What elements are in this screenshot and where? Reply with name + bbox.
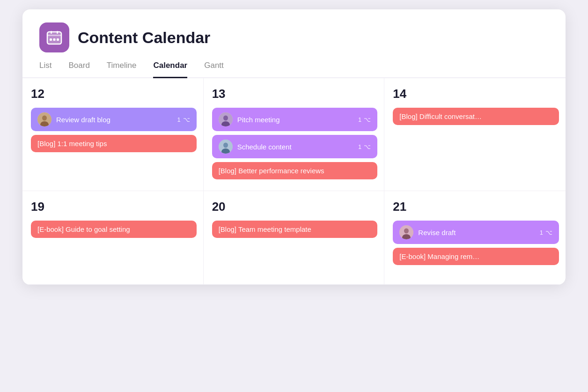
count-review-draft: 1 — [177, 116, 180, 123]
avatar-schedule-content — [219, 140, 233, 154]
branch-icon-schedule-content: ⌥ — [364, 143, 371, 150]
calendar-cell-19: 19 [E-book] Guide to goal setting — [22, 191, 204, 285]
event-meta-revise-draft: 1 ⌥ — [540, 229, 552, 236]
day-number-20: 20 — [212, 200, 378, 214]
day-number-12: 12 — [31, 87, 197, 101]
tab-timeline[interactable]: Timeline — [107, 61, 137, 78]
avatar-revise-draft — [399, 225, 413, 239]
event-meta-schedule-content: 1 ⌥ — [358, 143, 371, 150]
event-blog-difficult[interactable]: [Blog] Difficult conversat… — [393, 108, 559, 125]
svg-point-9 — [42, 116, 47, 121]
event-ebook-managing[interactable]: [E-book] Managing rem… — [393, 248, 559, 265]
calendar-icon — [46, 29, 63, 46]
calendar-cell-21: 21 Revise draft 1 ⌥ — [384, 191, 566, 285]
branch-icon-review-draft: ⌥ — [183, 116, 190, 123]
events-day-14: [Blog] Difficult conversat… — [393, 108, 559, 125]
calendar-cell-12: 12 Review draft blog 1 ⌥ — [22, 78, 204, 191]
event-text-ebook-goal-setting: [E-book] Guide to goal setting — [37, 225, 190, 233]
branch-icon-pitch-meeting: ⌥ — [364, 116, 371, 123]
events-day-19: [E-book] Guide to goal setting — [31, 221, 197, 238]
events-day-12: Review draft blog 1 ⌥ [Blog] 1:1 meeting… — [31, 108, 197, 152]
event-text-blog-difficult: [Blog] Difficult conversat… — [399, 112, 552, 120]
header: Content Calendar — [22, 9, 566, 52]
event-text-schedule-content: Schedule content — [237, 143, 353, 151]
avatar-pitch-meeting — [219, 112, 233, 126]
svg-rect-6 — [53, 38, 56, 41]
event-blog-team-meeting[interactable]: [Blog] Team meeting template — [212, 221, 378, 238]
event-blog-performance[interactable]: [Blog] Better performance reviews — [212, 162, 378, 179]
events-day-20: [Blog] Team meeting template — [212, 221, 378, 238]
svg-point-18 — [404, 229, 409, 234]
event-revise-draft[interactable]: Revise draft 1 ⌥ — [393, 221, 559, 244]
event-schedule-content[interactable]: Schedule content 1 ⌥ — [212, 135, 378, 158]
tab-gantt[interactable]: Gantt — [204, 61, 224, 78]
event-text-blog-performance: [Blog] Better performance reviews — [219, 167, 371, 175]
svg-point-15 — [223, 143, 228, 148]
tab-list[interactable]: List — [39, 61, 51, 78]
event-review-draft-blog[interactable]: Review draft blog 1 ⌥ — [31, 108, 197, 131]
event-text-pitch-meeting: Pitch meeting — [237, 116, 353, 124]
calendar-cell-14: 14 [Blog] Difficult conversat… — [384, 78, 566, 191]
event-text-ebook-managing: [E-book] Managing rem… — [399, 252, 552, 260]
event-ebook-goal-setting[interactable]: [E-book] Guide to goal setting — [31, 221, 197, 238]
day-number-13: 13 — [212, 87, 378, 101]
count-schedule-content: 1 — [358, 143, 361, 150]
event-text-revise-draft: Revise draft — [418, 229, 535, 237]
event-meta-pitch-meeting: 1 ⌥ — [358, 116, 371, 123]
app-container: Content Calendar List Board Timeline Cal… — [22, 9, 566, 285]
event-text-blog-11-tips: [Blog] 1:1 meeting tips — [37, 140, 190, 148]
day-number-14: 14 — [393, 87, 559, 101]
calendar-cell-20: 20 [Blog] Team meeting template — [204, 191, 385, 285]
svg-point-12 — [223, 116, 228, 121]
avatar-review-draft — [37, 112, 51, 126]
nav-tabs: List Board Timeline Calendar Gantt — [22, 52, 566, 78]
count-revise-draft: 1 — [540, 229, 543, 236]
calendar-grid: 12 Review draft blog 1 ⌥ — [22, 78, 566, 285]
calendar-cell-13: 13 Pitch meeting 1 ⌥ — [204, 78, 385, 191]
events-day-13: Pitch meeting 1 ⌥ Schedu — [212, 108, 378, 179]
day-number-19: 19 — [31, 200, 197, 214]
app-title: Content Calendar — [78, 29, 210, 47]
svg-rect-5 — [50, 38, 52, 41]
app-icon — [39, 22, 69, 52]
event-blog-11-tips[interactable]: [Blog] 1:1 meeting tips — [31, 135, 197, 152]
svg-rect-3 — [51, 31, 52, 34]
event-meta-review-draft: 1 ⌥ — [177, 116, 190, 123]
tab-board[interactable]: Board — [68, 61, 89, 78]
svg-rect-2 — [47, 35, 61, 36]
svg-rect-4 — [57, 31, 58, 34]
count-pitch-meeting: 1 — [358, 116, 361, 123]
day-number-21: 21 — [393, 200, 559, 214]
svg-rect-0 — [47, 32, 61, 44]
events-day-21: Revise draft 1 ⌥ [E-book] Managing rem… — [393, 221, 559, 265]
event-pitch-meeting[interactable]: Pitch meeting 1 ⌥ — [212, 108, 378, 131]
event-text-blog-team-meeting: [Blog] Team meeting template — [219, 225, 371, 233]
tab-calendar[interactable]: Calendar — [153, 61, 187, 78]
event-text-review-draft: Review draft blog — [56, 116, 172, 124]
svg-rect-7 — [57, 38, 59, 41]
branch-icon-revise-draft: ⌥ — [545, 229, 552, 236]
